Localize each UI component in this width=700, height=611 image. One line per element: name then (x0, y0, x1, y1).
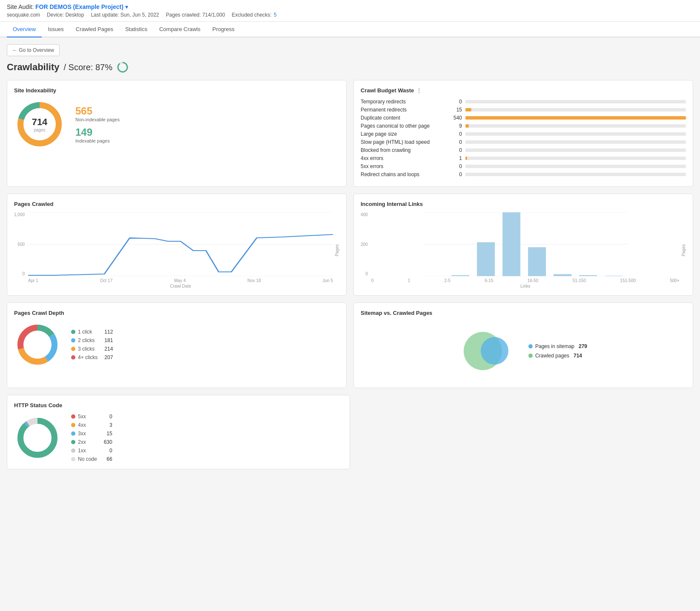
svg-point-25 (20, 421, 55, 455)
y-axis-500: 500 (17, 242, 25, 247)
tab-statistics[interactable]: Statistics (119, 22, 153, 37)
tab-progress[interactable]: Progress (207, 22, 241, 37)
sitemap-legend-label: Pages in sitemap (535, 343, 574, 349)
waste-value: 0 (449, 163, 462, 169)
sitemap-vs-crawled-card: Sitemap vs. Crawled Pages Pages in sitem… (353, 303, 693, 388)
waste-label: Slow page (HTML) load speed (361, 139, 446, 145)
http-status-card: HTTP Status Code (7, 395, 350, 469)
waste-row[interactable]: Pages canonical to other page 9 (361, 123, 686, 129)
x-oct17: Oct 17 (100, 278, 112, 283)
waste-row[interactable]: 5xx errors 0 (361, 163, 686, 169)
waste-value: 9 (449, 123, 462, 129)
http-code-label: 2xx (78, 439, 97, 445)
tab-compare-crawls[interactable]: Compare Crawls (153, 22, 207, 37)
http-code-value: 15 (100, 431, 112, 437)
waste-label: Blocked from crawling (361, 147, 446, 153)
links-x-axis-label: Links (371, 284, 680, 288)
sitemap-title: Sitemap vs. Crawled Pages (361, 310, 686, 316)
waste-value: 540 (449, 115, 462, 121)
http-donut (14, 414, 61, 461)
legend-val: 207 (100, 354, 113, 360)
non-indexable-num: 565 (75, 105, 120, 117)
crawl-depth-legend: 1 click 112 2 clicks 181 3 clicks 214 4+… (71, 329, 113, 360)
legend-dot (71, 338, 75, 343)
crawl-date-label: Crawl Date (28, 284, 333, 288)
crawl-depth-title: Pages Crawl Depth (14, 310, 339, 316)
http-dot (71, 448, 75, 453)
dropdown-icon[interactable]: ▾ (125, 3, 128, 10)
site-audit-label: Site Audit: (7, 3, 34, 10)
project-name[interactable]: FOR DEMOS (Example Project) (35, 3, 123, 10)
domain: seoquake.com (7, 12, 40, 18)
legend-name: 3 clicks (78, 346, 98, 352)
waste-row[interactable]: Large page size 0 (361, 131, 686, 137)
legend-dot (71, 347, 75, 351)
waste-row[interactable]: 4xx errors 1 (361, 155, 686, 161)
waste-bar-fill (465, 116, 686, 120)
total-pages-num: 714 (32, 117, 48, 128)
http-code-label: 5xx (78, 414, 97, 420)
waste-value: 0 (449, 147, 462, 153)
waste-row[interactable]: Blocked from crawling 0 (361, 147, 686, 153)
http-legend-item: 5xx 0 (71, 414, 112, 420)
sitemap-dot (528, 354, 533, 358)
crawl-budget-waste-card: Crawl Budget Waste ⋮ Temporary redirects… (353, 80, 693, 187)
sitemap-legend-item: Crawled pages 714 (528, 353, 587, 359)
site-audit-header: Site Audit: FOR DEMOS (Example Project) … (7, 3, 693, 10)
http-code-value: 0 (100, 448, 112, 454)
pages-crawled: Pages crawled: 714/1,000 (166, 12, 225, 18)
http-code-label: 1xx (78, 448, 97, 454)
site-indexability-card: Site Indexability 714 pages (7, 80, 347, 187)
sitemap-venn (459, 330, 515, 372)
pages-crawl-depth-card: Pages Crawl Depth (7, 303, 347, 388)
waste-label: Duplicate content (361, 115, 446, 121)
waste-row[interactable]: Permanent redirects 15 (361, 107, 686, 113)
pages-y-axis-label: Pages (335, 244, 339, 256)
waste-row[interactable]: Redirect chains and loops 0 (361, 171, 686, 177)
tab-crawled-pages[interactable]: Crawled Pages (70, 22, 119, 37)
score-circle-icon (117, 61, 129, 73)
waste-label: 4xx errors (361, 155, 446, 161)
svg-rect-13 (477, 242, 495, 276)
links-y-200: 200 (361, 242, 368, 247)
waste-label: Permanent redirects (361, 107, 446, 113)
crawl-budget-waste-title: Crawl Budget Waste ⋮ (361, 87, 686, 94)
total-pages-label: pages (32, 128, 48, 132)
tab-overview[interactable]: Overview (7, 22, 42, 37)
waste-bar-fill (465, 108, 471, 111)
page-title: Crawlability / Score: 87% (7, 61, 693, 73)
excluded-checks-value[interactable]: 5 (274, 12, 277, 18)
back-to-overview-button[interactable]: ← Go to Overview (7, 44, 60, 56)
waste-row[interactable]: Slow page (HTML) load speed 0 (361, 139, 686, 145)
waste-row[interactable]: Duplicate content 540 (361, 115, 686, 121)
http-legend-item: 2xx 630 (71, 439, 112, 445)
waste-rows: Temporary redirects 0 Permanent redirect… (361, 99, 686, 177)
x-may4: May 4 (174, 278, 186, 283)
sitemap-legend-label: Crawled pages (535, 353, 569, 359)
http-legend-item: 4xx 3 (71, 422, 112, 428)
pages-crawled-chart (28, 212, 333, 276)
waste-label: Large page size (361, 131, 446, 137)
tab-issues[interactable]: Issues (42, 22, 70, 37)
x-jun5: Jun 5 (323, 278, 333, 283)
http-code-label: 3xx (78, 431, 97, 437)
legend-val: 112 (100, 329, 113, 335)
indexability-donut: 714 pages (14, 99, 65, 150)
http-dot (71, 414, 75, 419)
waste-label: 5xx errors (361, 163, 446, 169)
device: Device: Desktop (47, 12, 84, 18)
sitemap-legend-item: Pages in sitemap 279 (528, 343, 587, 349)
waste-bar-bg (465, 108, 686, 111)
http-code-value: 66 (100, 456, 112, 462)
waste-value: 0 (449, 99, 462, 105)
http-dot (71, 423, 75, 427)
y-axis-0: 0 (22, 271, 25, 276)
info-icon[interactable]: ⋮ (416, 88, 422, 94)
waste-bar-bg (465, 148, 686, 152)
waste-bar-bg (465, 124, 686, 128)
indexable-label: Indexable pages (75, 138, 120, 143)
svg-rect-15 (528, 247, 546, 276)
sitemap-legend: Pages in sitemap 279 Crawled pages 714 (528, 343, 587, 359)
waste-row[interactable]: Temporary redirects 0 (361, 99, 686, 105)
http-dot (71, 431, 75, 436)
